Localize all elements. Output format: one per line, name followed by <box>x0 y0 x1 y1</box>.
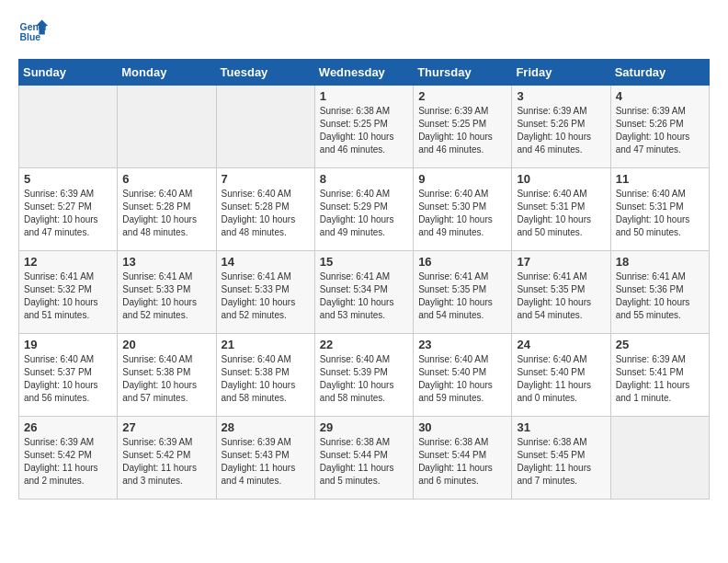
calendar-cell: 31Sunrise: 6:38 AM Sunset: 5:45 PM Dayli… <box>512 417 610 500</box>
calendar-cell: 8Sunrise: 6:40 AM Sunset: 5:29 PM Daylig… <box>314 168 413 251</box>
calendar-cell: 3Sunrise: 6:39 AM Sunset: 5:26 PM Daylig… <box>512 86 610 168</box>
day-info: Sunrise: 6:38 AM Sunset: 5:44 PM Dayligh… <box>320 436 408 488</box>
calendar-cell: 22Sunrise: 6:40 AM Sunset: 5:39 PM Dayli… <box>314 334 413 417</box>
day-info: Sunrise: 6:41 AM Sunset: 5:33 PM Dayligh… <box>222 270 310 322</box>
calendar-week-row: 5Sunrise: 6:39 AM Sunset: 5:27 PM Daylig… <box>19 168 710 251</box>
calendar-cell: 27Sunrise: 6:39 AM Sunset: 5:42 PM Dayli… <box>118 417 216 500</box>
day-number: 13 <box>122 255 210 269</box>
calendar-week-row: 26Sunrise: 6:39 AM Sunset: 5:42 PM Dayli… <box>19 417 710 500</box>
day-info: Sunrise: 6:39 AM Sunset: 5:26 PM Dayligh… <box>517 105 605 156</box>
day-number: 8 <box>320 172 408 186</box>
day-info: Sunrise: 6:40 AM Sunset: 5:38 PM Dayligh… <box>222 353 310 405</box>
day-info: Sunrise: 6:41 AM Sunset: 5:35 PM Dayligh… <box>418 270 506 322</box>
day-info: Sunrise: 6:40 AM Sunset: 5:28 PM Dayligh… <box>222 188 310 239</box>
day-info: Sunrise: 6:39 AM Sunset: 5:42 PM Dayligh… <box>24 436 112 488</box>
calendar-cell: 9Sunrise: 6:40 AM Sunset: 5:30 PM Daylig… <box>414 168 512 251</box>
calendar-cell <box>610 417 709 500</box>
day-info: Sunrise: 6:38 AM Sunset: 5:44 PM Dayligh… <box>418 436 506 488</box>
day-info: Sunrise: 6:38 AM Sunset: 5:25 PM Dayligh… <box>320 105 408 156</box>
calendar-cell <box>19 86 118 168</box>
day-info: Sunrise: 6:39 AM Sunset: 5:26 PM Dayligh… <box>616 105 704 156</box>
calendar-cell: 25Sunrise: 6:39 AM Sunset: 5:41 PM Dayli… <box>610 334 709 417</box>
logo-icon: General Blue <box>18 18 48 44</box>
calendar-cell: 23Sunrise: 6:40 AM Sunset: 5:40 PM Dayli… <box>414 334 512 417</box>
day-info: Sunrise: 6:40 AM Sunset: 5:28 PM Dayligh… <box>122 188 210 239</box>
day-number: 16 <box>418 255 506 269</box>
day-info: Sunrise: 6:38 AM Sunset: 5:45 PM Dayligh… <box>517 436 605 488</box>
day-number: 10 <box>517 172 605 186</box>
day-number: 27 <box>122 420 210 434</box>
calendar-header-wednesday: Wednesday <box>314 60 413 86</box>
calendar-cell: 6Sunrise: 6:40 AM Sunset: 5:28 PM Daylig… <box>118 168 216 251</box>
day-info: Sunrise: 6:41 AM Sunset: 5:33 PM Dayligh… <box>122 270 210 322</box>
calendar-cell: 30Sunrise: 6:38 AM Sunset: 5:44 PM Dayli… <box>414 417 512 500</box>
day-info: Sunrise: 6:41 AM Sunset: 5:35 PM Dayligh… <box>517 270 605 322</box>
calendar-cell: 11Sunrise: 6:40 AM Sunset: 5:31 PM Dayli… <box>610 168 709 251</box>
calendar-cell: 4Sunrise: 6:39 AM Sunset: 5:26 PM Daylig… <box>610 86 709 168</box>
day-info: Sunrise: 6:39 AM Sunset: 5:41 PM Dayligh… <box>616 353 704 405</box>
calendar-header-tuesday: Tuesday <box>216 60 314 86</box>
day-number: 1 <box>320 89 408 103</box>
calendar-cell: 15Sunrise: 6:41 AM Sunset: 5:34 PM Dayli… <box>314 251 413 334</box>
day-number: 30 <box>418 420 506 434</box>
day-number: 2 <box>418 89 506 103</box>
day-number: 25 <box>616 338 704 351</box>
day-number: 22 <box>320 338 408 351</box>
day-number: 7 <box>222 172 310 186</box>
calendar-cell: 5Sunrise: 6:39 AM Sunset: 5:27 PM Daylig… <box>19 168 118 251</box>
day-info: Sunrise: 6:41 AM Sunset: 5:32 PM Dayligh… <box>24 270 112 322</box>
calendar-table: SundayMondayTuesdayWednesdayThursdayFrid… <box>18 59 710 500</box>
day-number: 17 <box>517 255 605 269</box>
calendar-week-row: 1Sunrise: 6:38 AM Sunset: 5:25 PM Daylig… <box>19 86 710 168</box>
calendar-header-thursday: Thursday <box>414 60 512 86</box>
calendar-cell: 29Sunrise: 6:38 AM Sunset: 5:44 PM Dayli… <box>314 417 413 500</box>
page-header: General Blue <box>18 18 710 44</box>
day-number: 21 <box>222 338 310 351</box>
calendar-cell: 21Sunrise: 6:40 AM Sunset: 5:38 PM Dayli… <box>216 334 314 417</box>
day-number: 15 <box>320 255 408 269</box>
calendar-cell: 13Sunrise: 6:41 AM Sunset: 5:33 PM Dayli… <box>118 251 216 334</box>
logo: General Blue <box>18 18 48 44</box>
day-info: Sunrise: 6:40 AM Sunset: 5:31 PM Dayligh… <box>517 188 605 239</box>
day-info: Sunrise: 6:41 AM Sunset: 5:34 PM Dayligh… <box>320 270 408 322</box>
day-number: 11 <box>616 172 704 186</box>
calendar-header-friday: Friday <box>512 60 610 86</box>
calendar-cell: 10Sunrise: 6:40 AM Sunset: 5:31 PM Dayli… <box>512 168 610 251</box>
calendar-cell: 14Sunrise: 6:41 AM Sunset: 5:33 PM Dayli… <box>216 251 314 334</box>
calendar-cell: 2Sunrise: 6:39 AM Sunset: 5:25 PM Daylig… <box>414 86 512 168</box>
day-number: 28 <box>222 420 310 434</box>
day-info: Sunrise: 6:40 AM Sunset: 5:29 PM Dayligh… <box>320 188 408 239</box>
day-number: 23 <box>418 338 506 351</box>
day-number: 19 <box>24 338 112 351</box>
day-number: 31 <box>517 420 605 434</box>
calendar-cell: 17Sunrise: 6:41 AM Sunset: 5:35 PM Dayli… <box>512 251 610 334</box>
day-info: Sunrise: 6:40 AM Sunset: 5:40 PM Dayligh… <box>418 353 506 405</box>
day-info: Sunrise: 6:40 AM Sunset: 5:40 PM Dayligh… <box>517 353 605 405</box>
day-info: Sunrise: 6:39 AM Sunset: 5:25 PM Dayligh… <box>418 105 506 156</box>
calendar-cell: 7Sunrise: 6:40 AM Sunset: 5:28 PM Daylig… <box>216 168 314 251</box>
day-number: 26 <box>24 420 112 434</box>
day-number: 20 <box>122 338 210 351</box>
calendar-cell: 12Sunrise: 6:41 AM Sunset: 5:32 PM Dayli… <box>19 251 118 334</box>
calendar-header-saturday: Saturday <box>610 60 709 86</box>
day-number: 5 <box>24 172 112 186</box>
day-number: 14 <box>222 255 310 269</box>
day-number: 3 <box>517 89 605 103</box>
day-number: 24 <box>517 338 605 351</box>
day-info: Sunrise: 6:40 AM Sunset: 5:31 PM Dayligh… <box>616 188 704 239</box>
calendar-header-row: SundayMondayTuesdayWednesdayThursdayFrid… <box>19 60 710 86</box>
day-number: 18 <box>616 255 704 269</box>
calendar-week-row: 12Sunrise: 6:41 AM Sunset: 5:32 PM Dayli… <box>19 251 710 334</box>
day-info: Sunrise: 6:39 AM Sunset: 5:27 PM Dayligh… <box>24 188 112 239</box>
calendar-week-row: 19Sunrise: 6:40 AM Sunset: 5:37 PM Dayli… <box>19 334 710 417</box>
day-number: 9 <box>418 172 506 186</box>
day-number: 6 <box>122 172 210 186</box>
day-info: Sunrise: 6:39 AM Sunset: 5:43 PM Dayligh… <box>222 436 310 488</box>
day-info: Sunrise: 6:41 AM Sunset: 5:36 PM Dayligh… <box>616 270 704 322</box>
calendar-cell: 26Sunrise: 6:39 AM Sunset: 5:42 PM Dayli… <box>19 417 118 500</box>
calendar-cell <box>118 86 216 168</box>
calendar-header-monday: Monday <box>118 60 216 86</box>
calendar-header-sunday: Sunday <box>19 60 118 86</box>
calendar-cell: 18Sunrise: 6:41 AM Sunset: 5:36 PM Dayli… <box>610 251 709 334</box>
day-info: Sunrise: 6:40 AM Sunset: 5:39 PM Dayligh… <box>320 353 408 405</box>
